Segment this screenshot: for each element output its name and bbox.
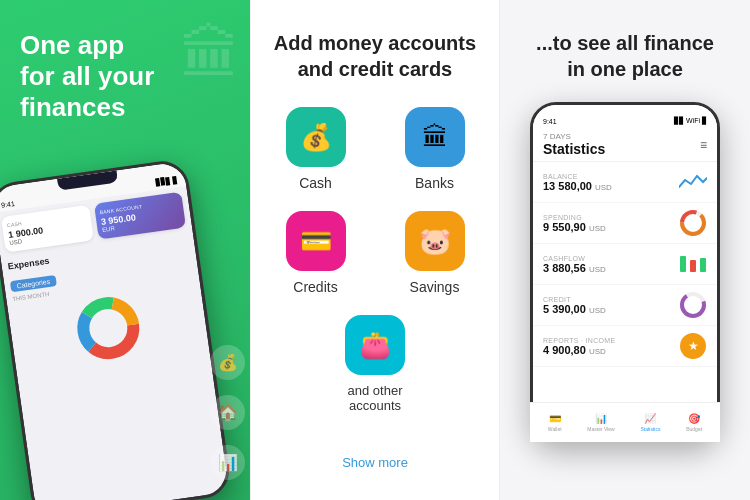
account-item-banks: 🏛 Banks [390,107,479,191]
cashflow-label: CASHFLOW [543,255,606,262]
phone3-time: 9:41 [543,118,557,125]
account-item-other: 👛 and other accounts [345,315,405,413]
phone-screen-1: 9:41 ▊▊▊ ▊ CASH 1 900.00 USD BANK ACCOUN… [0,161,229,500]
credit-value: 5 390,00 USD [543,303,606,315]
banks-icon: 🏛 [422,122,448,153]
spending-icon [679,209,707,237]
deco-icon-3: 📊 [210,445,245,480]
nav-master-view[interactable]: 📊 Master View [587,413,614,432]
nav-wallet[interactable]: 💳 Wallet [548,413,562,432]
headline-line2: for all your [20,61,154,91]
nav-budget-label: Budget [686,426,702,432]
spending-label: SPENDING [543,214,606,221]
cash-icon: 💰 [300,122,332,153]
panel3-headline: ...to see all finance in one place [516,30,734,82]
stats-header: 7 DAYS Statistics ≡ [533,128,717,162]
expenses-donut-chart [69,289,148,368]
phone-mockup-1: 9:41 ▊▊▊ ▊ CASH 1 900.00 USD BANK ACCOUN… [10,170,210,500]
income-label: REPORTS · INCOME [543,337,615,344]
stats-menu-icon[interactable]: ≡ [700,138,707,152]
stats-row-cashflow: CASHFLOW 3 880,56 USD [533,244,717,285]
headline-line3: finances [20,92,126,122]
panel2-headline-line1: Add money accounts [274,32,476,54]
nav-master-label: Master View [587,426,614,432]
other-accounts-label: and other accounts [348,383,403,413]
expenses-section: Expenses Categories THIS MONTH [1,231,210,380]
other-label-line2: accounts [349,398,401,413]
credits-icon: 💳 [300,226,332,257]
credits-label: Credits [293,279,337,295]
account-icons-grid: 💰 Cash 🏛 Banks 💳 Credits 🐷 Savings [271,107,479,295]
headline-line1: One app [20,30,124,60]
svg-rect-11 [700,258,706,272]
panel1-headline: One app for all your finances [20,30,230,124]
svg-rect-10 [690,260,696,272]
nav-wallet-label: Wallet [548,426,562,432]
show-more-link[interactable]: Show more [342,455,408,480]
svg-rect-9 [680,256,686,272]
stats-row-credit: CREDIT 5 390,00 USD [533,285,717,326]
phone3-status-icons: ▊▊ WiFi ▊ [674,117,707,125]
balance-label: BALANCE [543,173,612,180]
svg-point-8 [686,216,700,230]
panel-green: 🏛 One app for all your finances 9:41 ▊▊▊… [0,0,250,500]
nav-stats-label: Statistics [640,426,660,432]
stats-row-spending: SPENDING 9 550,90 USD [533,203,717,244]
stats-days-label: 7 DAYS [543,132,605,141]
banks-icon-circle: 🏛 [405,107,465,167]
savings-icon-circle: 🐷 [405,211,465,271]
account-item-savings: 🐷 Savings [390,211,479,295]
cash-card: CASH 1 900.00 USD [1,205,94,253]
svg-point-14 [686,298,700,312]
panel-white: Add money accounts and credit cards 💰 Ca… [250,0,500,500]
nav-budget[interactable]: 🎯 Budget [686,413,702,432]
status-time: 9:41 [1,199,15,208]
credit-icon [679,291,707,319]
banks-label: Banks [415,175,454,191]
credits-icon-circle: 💳 [286,211,346,271]
cash-icon-circle: 💰 [286,107,346,167]
phone-screen-3: 9:41 ▊▊ WiFi ▊ 7 DAYS Statistics ≡ BALAN… [533,105,717,439]
budget-nav-icon: 🎯 [688,413,700,424]
other-accounts-icon: 👛 [359,330,391,361]
balance-value: 13 580,00 USD [543,180,612,192]
decorative-icons: 💰 🏠 📊 [210,345,245,480]
balance-icon [679,168,707,196]
phone-mockup-3: 9:41 ▊▊ WiFi ▊ 7 DAYS Statistics ≡ BALAN… [530,102,720,442]
status-icons: ▊▊▊ ▊ [155,176,178,187]
account-item-cash: 💰 Cash [271,107,360,191]
savings-label: Savings [410,279,460,295]
bank-card: BANK ACCOUNT 3 950.00 EUR [93,192,186,240]
phone-frame-1: 9:41 ▊▊▊ ▊ CASH 1 900.00 USD BANK ACCOUN… [0,158,233,500]
income-value: 4 900,80 USD [543,344,615,356]
panel3-headline-line2: in one place [567,58,683,80]
credit-label: CREDIT [543,296,606,303]
panel3-headline-line1: ...to see all finance [536,32,714,54]
phone-bottom-nav: 💳 Wallet 📊 Master View 📈 Statistics 🎯 Bu… [530,402,720,442]
panel2-headline: Add money accounts and credit cards [274,30,476,82]
deco-icon-2: 🏠 [210,395,245,430]
cash-label: Cash [299,175,332,191]
wallet-nav-icon: 💳 [549,413,561,424]
master-view-nav-icon: 📊 [595,413,607,424]
svg-point-4 [97,317,120,340]
panel-stats: ...to see all finance in one place 9:41 … [500,0,750,500]
stats-row-balance: BALANCE 13 580,00 USD [533,162,717,203]
cashflow-icon [679,250,707,278]
deco-icon-1: 💰 [210,345,245,380]
other-icon-circle: 👛 [345,315,405,375]
stats-row-income: REPORTS · INCOME 4 900,80 USD ★ [533,326,717,367]
other-label-line1: and other [348,383,403,398]
phone-frame-3: 9:41 ▊▊ WiFi ▊ 7 DAYS Statistics ≡ BALAN… [530,102,720,442]
account-item-credits: 💳 Credits [271,211,360,295]
cashflow-value: 3 880,56 USD [543,262,606,274]
stats-title: Statistics [543,141,605,157]
panel2-headline-line2: and credit cards [298,58,453,80]
spending-value: 9 550,90 USD [543,221,606,233]
statistics-nav-icon: 📈 [644,413,656,424]
savings-icon: 🐷 [419,226,451,257]
categories-button[interactable]: Categories [10,275,57,292]
income-icon: ★ [679,332,707,360]
phone3-status-bar: 9:41 ▊▊ WiFi ▊ [533,105,717,128]
nav-statistics[interactable]: 📈 Statistics [640,413,660,432]
